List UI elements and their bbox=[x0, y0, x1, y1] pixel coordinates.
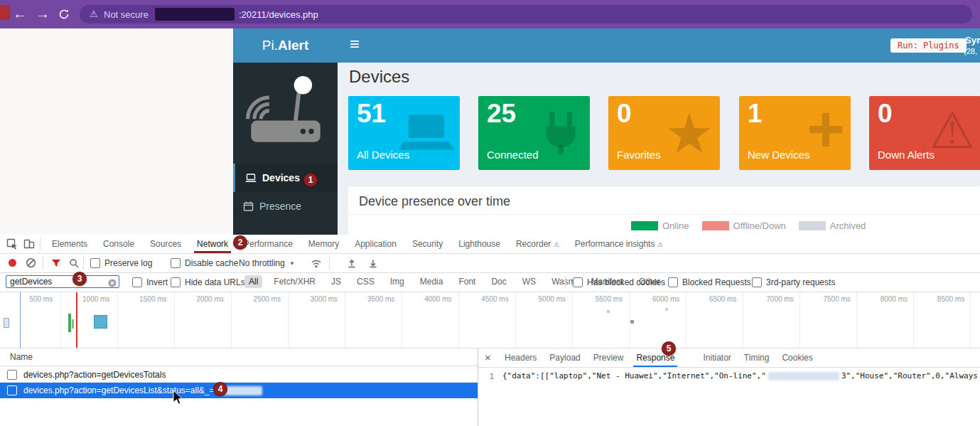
plus-icon: + bbox=[807, 96, 845, 161]
app-logo[interactable]: Pi.Alert bbox=[233, 28, 338, 63]
disable-cache-checkbox[interactable]: Disable cache bbox=[171, 258, 238, 268]
close-pane-button[interactable]: × bbox=[485, 351, 491, 363]
tab-memory[interactable]: Memory bbox=[301, 235, 347, 253]
checkbox-box bbox=[573, 277, 583, 287]
back-button[interactable]: ← bbox=[13, 6, 27, 21]
filter-toggle-button[interactable] bbox=[51, 258, 61, 271]
line-number: 1 bbox=[478, 372, 494, 381]
record-button[interactable] bbox=[9, 259, 16, 267]
import-har-button[interactable] bbox=[368, 258, 378, 271]
has-blocked-cookies-label: Has blocked cookies bbox=[587, 277, 665, 287]
tab-recorder[interactable]: Recorder ⚠ bbox=[508, 235, 567, 253]
type-filter-js[interactable]: JS bbox=[327, 275, 345, 288]
address-bar[interactable]: ⚠ Not secure :20211/devices.php bbox=[80, 5, 972, 23]
third-party-requests-checkbox[interactable]: 3rd-party requests bbox=[752, 277, 835, 287]
clear-filter-button[interactable] bbox=[108, 277, 117, 290]
app-logo-prefix: Pi. bbox=[262, 38, 278, 53]
tab-elements[interactable]: Elements bbox=[44, 235, 95, 253]
export-har-button[interactable] bbox=[347, 258, 357, 271]
tab-initiator[interactable]: Initiator bbox=[696, 348, 737, 367]
preserve-log-label: Preserve log bbox=[104, 258, 152, 268]
has-blocked-cookies-checkbox[interactable]: Has blocked cookies bbox=[573, 277, 665, 287]
stat-card-new-devices[interactable]: 1 New Devices + bbox=[739, 96, 851, 170]
block-request-checkbox[interactable] bbox=[7, 370, 17, 380]
inspect-element-button[interactable] bbox=[6, 238, 18, 252]
laptop-icon bbox=[399, 112, 454, 158]
tab-network[interactable]: Network bbox=[189, 235, 236, 253]
type-filter-css[interactable]: CSS bbox=[352, 275, 379, 288]
tab-security[interactable]: Security bbox=[404, 235, 451, 253]
sidebar-item-presence[interactable]: Presence bbox=[233, 192, 338, 220]
stat-card-all-devices[interactable]: 51 All Devices bbox=[348, 96, 460, 170]
hide-data-urls-checkbox[interactable]: Hide data URLs bbox=[171, 277, 245, 287]
request-row[interactable]: devices.php?action=getDevicesTotals bbox=[0, 367, 478, 383]
network-conditions-button[interactable] bbox=[311, 258, 322, 271]
stat-card-favorites[interactable]: 0 Favorites ★ bbox=[608, 96, 720, 170]
navbar-right-text-line1: Sym bbox=[965, 35, 980, 46]
hamburger-menu-icon[interactable]: ≡ bbox=[350, 34, 360, 54]
network-overview-timeline[interactable]: 500 ms 1000 ms 1500 ms 2000 ms 2500 ms 3… bbox=[0, 292, 980, 348]
presence-panel-title: Device presence over time bbox=[359, 194, 510, 209]
network-filter-input[interactable] bbox=[6, 275, 119, 288]
tab-console[interactable]: Console bbox=[95, 235, 142, 253]
timeline-label: 2500 ms bbox=[228, 295, 285, 303]
stat-card-down-alerts[interactable]: 0 Down Alerts ⚠ bbox=[869, 96, 980, 170]
clear-icon bbox=[26, 257, 36, 268]
type-filter-media[interactable]: Media bbox=[416, 275, 448, 288]
blocked-requests-checkbox[interactable]: Blocked Requests bbox=[668, 277, 751, 287]
stat-value: 0 bbox=[617, 99, 632, 129]
throttling-select[interactable]: No throttling ▾ bbox=[239, 258, 294, 268]
annotation-underline bbox=[194, 251, 231, 253]
timeline-label: 6000 ms bbox=[627, 295, 684, 303]
run-plugins-button[interactable]: Run: Plugins bbox=[890, 38, 966, 53]
type-filter-all[interactable]: All bbox=[244, 275, 262, 288]
type-filter-font[interactable]: Font bbox=[454, 275, 480, 288]
red-marker bbox=[0, 5, 10, 20]
device-toolbar-button[interactable] bbox=[23, 238, 35, 252]
refresh-button[interactable] bbox=[58, 9, 70, 23]
invert-label: Invert bbox=[146, 277, 168, 287]
divider bbox=[40, 238, 41, 250]
tab-payload[interactable]: Payload bbox=[543, 348, 586, 367]
sidebar-item-devices[interactable]: Devices bbox=[233, 164, 338, 192]
tab-headers[interactable]: Headers bbox=[498, 348, 543, 367]
tab-application[interactable]: Application bbox=[347, 235, 404, 253]
response-content-line: {"data":[["laptop","Net - Huawei","Inter… bbox=[502, 371, 980, 380]
forward-button[interactable]: → bbox=[36, 6, 50, 21]
detail-tabs: Headers Payload Preview Response Initiat… bbox=[498, 348, 819, 367]
experiment-warning-icon: ⚠ bbox=[657, 241, 663, 248]
checkbox-box bbox=[132, 277, 142, 287]
tab-performance-insights-label: Performance insights bbox=[575, 239, 655, 249]
request-row-selected[interactable]: devices.php?action=getDevicesList&status… bbox=[0, 383, 478, 398]
wifi-icon bbox=[311, 258, 322, 268]
divider bbox=[43, 257, 43, 270]
hide-data-urls-label: Hide data URLs bbox=[185, 277, 245, 287]
search-icon bbox=[69, 258, 79, 268]
tab-timing[interactable]: Timing bbox=[738, 348, 776, 367]
annotation-step-5: 5 bbox=[662, 341, 676, 356]
block-request-checkbox[interactable] bbox=[7, 385, 17, 395]
tab-lighthouse[interactable]: Lighthouse bbox=[451, 235, 508, 253]
legend-item-archived: Archived bbox=[799, 220, 866, 231]
type-filter-ws[interactable]: WS bbox=[518, 275, 540, 288]
export-icon bbox=[347, 258, 357, 268]
type-filter-fetch-xhr[interactable]: Fetch/XHR bbox=[269, 275, 320, 288]
tab-preview[interactable]: Preview bbox=[587, 348, 630, 367]
tab-cookies[interactable]: Cookies bbox=[775, 348, 819, 367]
tab-performance-insights[interactable]: Performance insights ⚠ bbox=[567, 235, 671, 253]
timeline-label: 8000 ms bbox=[855, 295, 912, 303]
type-filter-img[interactable]: Img bbox=[386, 275, 409, 288]
checkbox-box bbox=[171, 277, 181, 287]
clear-button[interactable] bbox=[26, 257, 36, 271]
type-filter-doc[interactable]: Doc bbox=[487, 275, 510, 288]
preserve-log-checkbox[interactable]: Preserve log bbox=[90, 258, 152, 268]
timeline-activity-bar bbox=[72, 319, 74, 329]
network-toolbar: Preserve log Disable cache No throttling… bbox=[0, 254, 980, 273]
search-button[interactable] bbox=[69, 258, 79, 271]
timeline-label: 7500 ms bbox=[798, 295, 855, 303]
requests-grid-header[interactable]: Name bbox=[0, 348, 478, 366]
invert-checkbox[interactable]: Invert bbox=[132, 277, 168, 287]
stat-card-connected[interactable]: 25 Connected bbox=[478, 96, 590, 170]
tab-sources[interactable]: Sources bbox=[142, 235, 189, 253]
plug-icon bbox=[537, 107, 584, 159]
